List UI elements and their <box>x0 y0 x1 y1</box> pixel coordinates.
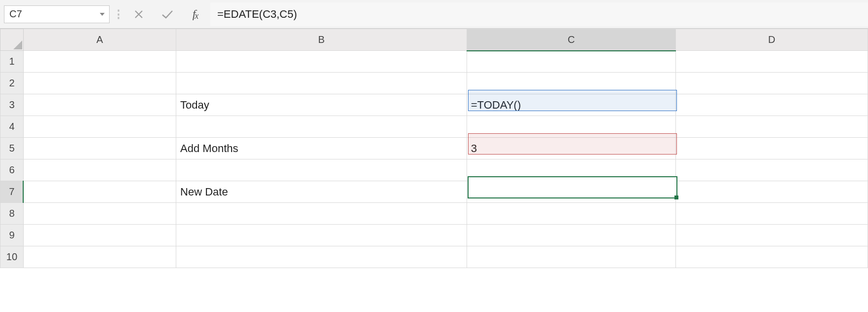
cancel-button[interactable] <box>124 2 153 26</box>
cell-B10[interactable] <box>176 246 467 268</box>
row-header-3[interactable]: 3 <box>0 94 24 116</box>
cell-C9[interactable] <box>467 225 675 246</box>
cell-C8[interactable] <box>467 203 675 225</box>
cell-D1[interactable] <box>676 51 868 73</box>
cell-B8[interactable] <box>176 203 467 225</box>
row-header-9[interactable]: 9 <box>0 225 24 246</box>
cell-B3-text: Today <box>179 99 209 111</box>
col-header-A[interactable]: A <box>23 29 176 51</box>
cell-D4[interactable] <box>676 116 868 138</box>
grid-table[interactable]: A B C D 1 2 3Today=TODAY() 4 5Add Months… <box>0 29 868 268</box>
cell-D9[interactable] <box>676 225 868 246</box>
dropdown-icon[interactable] <box>98 10 106 18</box>
formula-input[interactable]: =EDATE(C3,C5) <box>210 2 868 26</box>
row-header-10[interactable]: 10 <box>0 246 24 268</box>
spreadsheet-grid: A B C D 1 2 3Today=TODAY() 4 5Add Months… <box>0 29 868 268</box>
cell-A8[interactable] <box>23 203 176 225</box>
cell-A1[interactable] <box>23 51 176 73</box>
row-header-1[interactable]: 1 <box>0 51 24 73</box>
check-icon <box>161 9 174 20</box>
cell-D6[interactable] <box>676 159 868 181</box>
cell-B1[interactable] <box>176 51 467 73</box>
select-all-triangle-icon <box>13 40 22 49</box>
row-header-6[interactable]: 6 <box>0 159 24 181</box>
cell-C1[interactable] <box>467 51 675 73</box>
cell-C3[interactable]: =TODAY() <box>467 94 675 116</box>
cell-B5[interactable]: Add Months <box>176 138 467 159</box>
cell-A5[interactable] <box>23 138 176 159</box>
cell-A7[interactable] <box>23 181 176 203</box>
cell-A6[interactable] <box>23 159 176 181</box>
cell-B3[interactable]: Today <box>176 94 467 116</box>
row-header-7[interactable]: 7 <box>0 181 24 203</box>
x-icon <box>133 9 144 20</box>
cell-C6[interactable] <box>467 159 675 181</box>
cell-A4[interactable] <box>23 116 176 138</box>
cell-A3[interactable] <box>23 94 176 116</box>
cell-B7-text: New Date <box>179 186 228 198</box>
cell-D3[interactable] <box>676 94 868 116</box>
cell-D8[interactable] <box>676 203 868 225</box>
formula-bar: C7 ⋮ fx =EDATE(C3,C5) <box>0 0 868 29</box>
row-header-2[interactable]: 2 <box>0 73 24 94</box>
cell-B5-text: Add Months <box>179 142 238 155</box>
separator-dots-icon: ⋮ <box>113 4 124 24</box>
cell-B2[interactable] <box>176 73 467 94</box>
col-header-B[interactable]: B <box>176 29 467 51</box>
col-header-C[interactable]: C <box>467 29 675 51</box>
row-header-8[interactable]: 8 <box>0 203 24 225</box>
cell-A2[interactable] <box>23 73 176 94</box>
cell-B9[interactable] <box>176 225 467 246</box>
cell-B4[interactable] <box>176 116 467 138</box>
cell-A10[interactable] <box>23 246 176 268</box>
cell-C10[interactable] <box>467 246 675 268</box>
cell-D10[interactable] <box>676 246 868 268</box>
cell-C2[interactable] <box>467 73 675 94</box>
cell-B7[interactable]: New Date <box>176 181 467 203</box>
cell-C5-text: 3 <box>470 142 477 155</box>
col-header-D[interactable]: D <box>676 29 868 51</box>
cell-C5[interactable]: 3 <box>467 138 675 159</box>
cell-D7[interactable] <box>676 181 868 203</box>
cell-C7-formula: =EDATE(C3,C5) <box>470 186 551 198</box>
cell-A9[interactable] <box>23 225 176 246</box>
cell-D2[interactable] <box>676 73 868 94</box>
formula-text: =EDATE(C3,C5) <box>217 8 297 21</box>
row-header-5[interactable]: 5 <box>0 138 24 159</box>
enter-button[interactable] <box>153 2 182 26</box>
cell-D5[interactable] <box>676 138 868 159</box>
formula-ref-C5: C5 <box>533 186 547 198</box>
name-box-value: C7 <box>9 8 98 20</box>
name-box[interactable]: C7 <box>4 5 110 23</box>
cell-B6[interactable] <box>176 159 467 181</box>
fill-handle[interactable] <box>674 195 678 199</box>
cell-C7[interactable]: =EDATE(C3,C5) <box>467 181 675 203</box>
cell-C4[interactable] <box>467 116 675 138</box>
select-all-corner[interactable] <box>0 29 24 51</box>
formula-ref-C3: C3 <box>516 186 530 198</box>
row-header-4[interactable]: 4 <box>0 116 24 138</box>
insert-function-button[interactable]: fx <box>182 2 210 26</box>
cell-C3-text: =TODAY() <box>470 99 521 111</box>
